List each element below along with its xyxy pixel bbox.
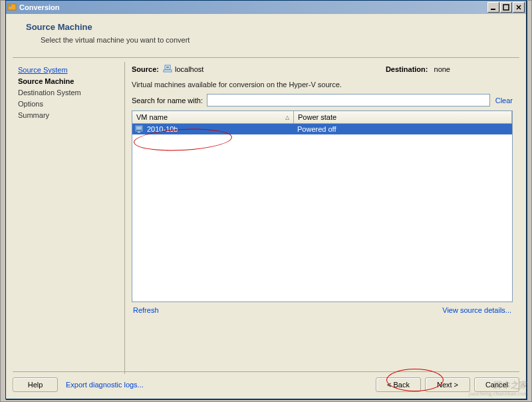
vm-table: VM name △ Power state 2010-10b xyxy=(132,110,513,302)
minimize-button[interactable] xyxy=(487,2,499,13)
source-label: Source: xyxy=(132,65,159,73)
vm-power-cell: Powered off xyxy=(295,124,512,134)
export-diagnostic-logs-link[interactable]: Export diagnostic logs... xyxy=(66,381,144,389)
titlebar[interactable]: Conversion xyxy=(6,1,526,14)
content-area: Source: localhost Destination: none Virt… xyxy=(124,62,519,374)
vm-icon xyxy=(135,125,144,133)
refresh-link[interactable]: Refresh xyxy=(133,306,159,314)
source-destination-row: Source: localhost Destination: none xyxy=(132,65,513,74)
column-label: Power state xyxy=(298,113,336,121)
sidebar-item-source-system[interactable]: Source System xyxy=(18,65,119,76)
search-label: Search for name with: xyxy=(132,97,203,104)
close-button[interactable] xyxy=(513,2,525,13)
back-button[interactable]: < Back xyxy=(376,377,421,392)
page-header: Source Machine Select the virtual machin… xyxy=(6,14,526,57)
description-text: Virtual machines available for conversio… xyxy=(132,81,513,89)
button-label: Help xyxy=(28,381,43,389)
help-button[interactable]: Help xyxy=(13,377,58,392)
svg-rect-2 xyxy=(491,9,495,10)
main-panel: Source System Source Machine Destination… xyxy=(13,57,519,374)
source-value: localhost xyxy=(175,65,203,73)
svg-rect-1 xyxy=(9,5,11,7)
column-header-vm-name[interactable]: VM name △ xyxy=(132,111,294,123)
table-header: VM name △ Power state xyxy=(132,111,512,124)
column-header-power-state[interactable]: Power state xyxy=(294,111,512,123)
column-label: VM name xyxy=(136,113,168,121)
search-input[interactable] xyxy=(207,94,490,106)
svg-rect-9 xyxy=(138,132,140,132)
svg-rect-5 xyxy=(164,70,172,72)
maximize-button[interactable] xyxy=(500,2,512,13)
window-title: Conversion xyxy=(19,3,487,11)
sidebar-item-label: Summary xyxy=(18,111,49,119)
page-title: Source Machine xyxy=(26,22,513,32)
next-button[interactable]: Next > xyxy=(425,377,470,392)
vm-power-text: Powered off xyxy=(297,125,336,133)
sidebar-item-label: Source Machine xyxy=(18,77,74,85)
sidebar-item-source-machine: Source Machine xyxy=(18,76,119,87)
host-icon xyxy=(163,65,172,74)
sidebar-item-summary: Summary xyxy=(18,110,119,121)
destination-value: none xyxy=(434,65,450,73)
dialog-window: Conversion Source Machine Select the vir… xyxy=(5,0,527,399)
button-bar: Help Export diagnostic logs... < Back Ne… xyxy=(13,371,519,392)
svg-rect-3 xyxy=(503,5,509,10)
destination-label: Destination: xyxy=(386,65,428,73)
sidebar-item-label: Options xyxy=(18,100,43,108)
sort-ascending-icon: △ xyxy=(285,114,289,120)
vm-name-cell: 2010-10b xyxy=(132,124,295,134)
sidebar-item-label: Source System xyxy=(18,66,68,74)
svg-rect-6 xyxy=(166,67,169,68)
button-label: Cancel xyxy=(485,381,508,389)
svg-rect-8 xyxy=(136,126,142,130)
clear-link[interactable]: Clear xyxy=(495,97,513,104)
cancel-button[interactable]: Cancel xyxy=(474,377,519,392)
sidebar-item-options: Options xyxy=(18,99,119,110)
button-label: Next > xyxy=(437,381,458,389)
table-footer: Refresh View source details... xyxy=(132,302,513,318)
button-label: < Back xyxy=(387,381,410,389)
app-icon xyxy=(7,3,17,12)
wizard-steps-sidebar: Source System Source Machine Destination… xyxy=(13,62,124,374)
view-source-details-link[interactable]: View source details... xyxy=(442,306,511,314)
search-row: Search for name with: Clear xyxy=(132,94,513,106)
sidebar-item-label: Destination System xyxy=(18,89,81,97)
sidebar-item-destination-system: Destination System xyxy=(18,87,119,99)
page-subtitle: Select the virtual machine you want to c… xyxy=(41,36,513,44)
table-row[interactable]: 2010-10b Powered off xyxy=(132,124,512,134)
vm-name-text: 2010-10b xyxy=(147,125,178,133)
